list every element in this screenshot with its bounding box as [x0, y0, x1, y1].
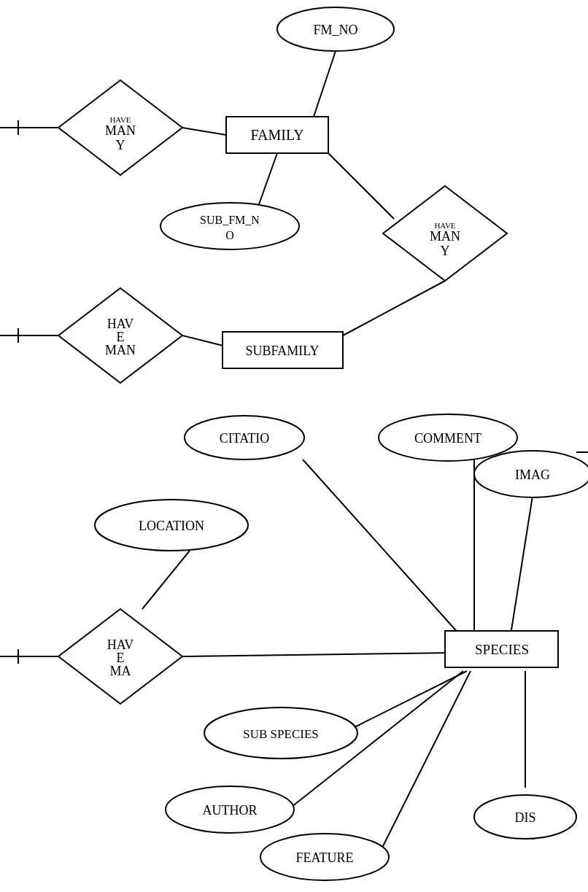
svg-line-16 [142, 551, 190, 609]
diagram-svg: FAMILY SUBFAMILY SPECIES FM_NO SUB_FM_N … [0, 0, 588, 892]
svg-line-12 [511, 496, 533, 635]
citatio-label: CITATIO [220, 431, 270, 446]
svg-line-7 [182, 336, 226, 346]
fm-no-label: FM_NO [313, 23, 357, 37]
er-diagram: FAMILY SUBFAMILY SPECIES FM_NO SUB_FM_N … [0, 0, 588, 892]
sub-fm-no-label2: O [225, 229, 234, 241]
svg-line-5 [328, 153, 394, 219]
have-many1-label: MAN [105, 123, 136, 138]
have-man3-label2: E [117, 330, 125, 344]
svg-line-4 [259, 153, 277, 204]
svg-line-13 [182, 653, 452, 656]
location-label: LOCATION [139, 519, 204, 533]
species-label: SPECIES [475, 642, 529, 657]
sub-species-label: SUB SPECIES [243, 727, 318, 741]
svg-line-6 [343, 281, 445, 336]
have-ma4-label2: E [117, 651, 125, 665]
author-label: AUTHOR [203, 803, 258, 818]
sub-fm-no-attribute [160, 203, 299, 249]
sub-fm-no-label: SUB_FM_N [200, 214, 260, 226]
have-ma4-label1: HAV [107, 637, 134, 652]
have-many2-label2: Y [441, 244, 450, 258]
feature-label: FEATURE [295, 850, 353, 865]
have-man3-label3: MAN [105, 343, 136, 357]
svg-line-19 [379, 671, 471, 853]
have-many1-label2: Y [116, 138, 125, 152]
image-label: IMAG [515, 468, 550, 482]
have-many2-label: MAN [430, 229, 460, 244]
have-man3-label1: HAV [107, 317, 134, 331]
family-label: FAMILY [250, 127, 303, 143]
subfamily-label: SUBFAMILY [246, 344, 320, 358]
dis-label: DIS [514, 810, 535, 825]
svg-line-11 [303, 459, 460, 635]
svg-line-1 [182, 128, 226, 135]
svg-line-0 [314, 51, 336, 117]
svg-line-17 [350, 671, 467, 729]
comment-label: COMMENT [414, 431, 481, 446]
have-ma4-label3: MA [109, 664, 131, 678]
